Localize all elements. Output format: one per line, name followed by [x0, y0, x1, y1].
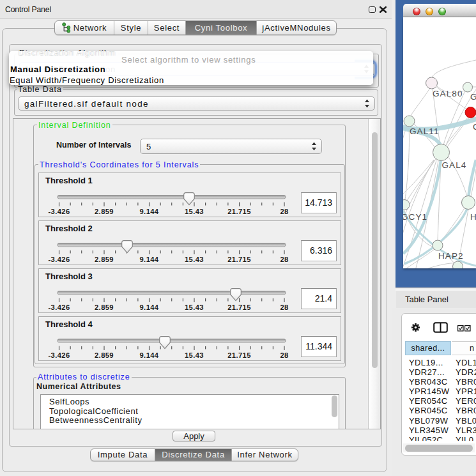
svg-text:GAL11: GAL11: [410, 127, 440, 136]
svg-text:-3.426: -3.426: [48, 303, 70, 311]
svg-text:2.859: 2.859: [95, 256, 114, 263]
svg-text:GAL4: GAL4: [442, 160, 467, 170]
svg-text:H: H: [470, 212, 476, 222]
svg-text:21.715: 21.715: [227, 351, 251, 359]
svg-text:15.43: 15.43: [185, 303, 204, 311]
svg-text:15.43: 15.43: [185, 208, 204, 215]
svg-text:-3.426: -3.426: [48, 256, 70, 263]
svg-text:21.715: 21.715: [227, 303, 251, 311]
svg-text:GAL80: GAL80: [433, 89, 463, 98]
svg-text:9.144: 9.144: [140, 303, 159, 311]
svg-text:15.43: 15.43: [185, 351, 204, 359]
svg-text:-3.426: -3.426: [48, 208, 70, 215]
svg-text:C: C: [473, 122, 476, 132]
svg-text:15.43: 15.43: [185, 256, 204, 263]
svg-text:21.715: 21.715: [227, 256, 251, 263]
svg-text:-3.426: -3.426: [48, 351, 70, 359]
svg-text:GA: GA: [470, 92, 476, 102]
svg-text:9.144: 9.144: [140, 208, 159, 215]
svg-text:2.859: 2.859: [95, 303, 114, 311]
svg-text:9.144: 9.144: [140, 256, 159, 263]
svg-text:9.144: 9.144: [140, 351, 159, 359]
svg-text:2.859: 2.859: [95, 208, 114, 215]
svg-text:28: 28: [280, 208, 288, 215]
svg-text:HAP2: HAP2: [438, 251, 464, 261]
svg-text:GCY1: GCY1: [403, 212, 427, 222]
svg-text:2.859: 2.859: [95, 351, 114, 359]
svg-text:28: 28: [280, 303, 288, 311]
svg-text:21.715: 21.715: [227, 208, 251, 215]
svg-text:28: 28: [280, 351, 288, 359]
svg-text:28: 28: [280, 256, 288, 263]
